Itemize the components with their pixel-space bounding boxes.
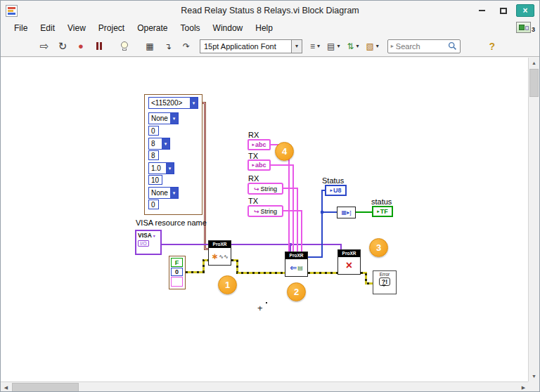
subvi-read-relay-status[interactable]: ProXR ⇐ ▤ [285, 251, 308, 277]
abort-icon: ● [78, 41, 84, 51]
tx-string-indicator[interactable]: ▸ abc [248, 159, 271, 171]
menu-operate[interactable]: Operate [131, 22, 174, 34]
numeric-constant-6[interactable]: 10 [148, 175, 162, 185]
block-diagram-canvas[interactable]: <115200> ▾ None ▾ 0 8 ▾ 8 1.0 ▾ 10 None … [1, 58, 529, 381]
menu-window[interactable]: Window [207, 22, 250, 34]
help-icon: ? [489, 41, 496, 52]
cursor-dot [266, 302, 267, 303]
search-box[interactable]: ▸ [387, 39, 461, 53]
status-tf-indicator[interactable]: ▸ TF [372, 206, 393, 217]
font-selector[interactable]: 15pt Application Font ▾ [200, 39, 302, 53]
ring-constant-1[interactable]: None ▾ [148, 112, 179, 124]
menu-bar: File Edit View Project Operate Tools Win… [1, 20, 539, 36]
status-wire [308, 190, 325, 257]
menu-help[interactable]: Help [249, 22, 279, 34]
search-input[interactable] [396, 42, 446, 51]
chevron-down-icon[interactable]: ▾ [291, 40, 302, 53]
wiring-cursor-mark: + [257, 303, 263, 313]
menu-view[interactable]: View [61, 22, 92, 34]
scrollbar-corner [528, 381, 539, 392]
visa-resource-control[interactable]: VISA ▾ I/O [135, 230, 162, 255]
numeric-constant-2[interactable]: 0 [148, 126, 159, 136]
rx-label: RX [248, 131, 259, 139]
run-button[interactable]: ⇨ [36, 38, 53, 55]
labview-window: Read Relay Status 8 Relays.vi Block Diag… [0, 0, 540, 392]
step-over-button[interactable]: ↷ [178, 38, 195, 55]
reorder-button[interactable]: ⇅ ▾ [344, 39, 361, 54]
distribute-objects-button[interactable]: ▤ ▾ [324, 39, 342, 54]
menu-edit[interactable]: Edit [34, 22, 61, 34]
string-curve-icon: ↪ [254, 185, 259, 192]
ring-constant-5[interactable]: 1.0 ▾ [148, 162, 174, 174]
search-icon[interactable] [448, 41, 457, 51]
highlight-execution-button[interactable] [116, 38, 133, 55]
window-title: Read Relay Status 8 Relays.vi Block Diag… [1, 6, 539, 15]
scroll-up-button[interactable]: ▲ [529, 58, 539, 68]
help-button[interactable]: ? [484, 39, 500, 54]
run-icon: ⇨ [40, 40, 49, 53]
chevron-down-icon[interactable]: ▾ [153, 233, 155, 238]
error-source-constant[interactable] [171, 277, 183, 287]
chevron-down-icon: ▾ [337, 43, 340, 49]
error-handler-node[interactable]: Error ?! [373, 270, 397, 294]
retain-wires-icon: ▦ [146, 41, 153, 51]
chevron-down-icon[interactable]: ▾ [170, 188, 178, 198]
toolbar: ⇨ ↻ ● ▦ ↴ ↷ 15pt Application Font ▾ ≡ ▾ … [1, 36, 539, 57]
ring-constant-3[interactable]: 8 ▾ [148, 138, 170, 150]
pause-button[interactable] [91, 38, 108, 55]
annotation-1: 1 [218, 275, 237, 294]
vertical-scroll-thumb[interactable] [529, 69, 539, 97]
ring-constant-baud[interactable]: <115200> ▾ [148, 97, 198, 109]
horizontal-scroll-thumb[interactable] [12, 383, 79, 392]
status-tf-label: status [371, 197, 392, 206]
status-u8-indicator[interactable]: ▸ U8 [325, 185, 347, 196]
rx-string-indicator[interactable]: ▸ abc [248, 139, 271, 150]
close-icon: × [522, 6, 527, 15]
horizontal-scrollbar[interactable]: ◀ ▶ [1, 381, 529, 392]
rx-string-wire [283, 188, 297, 251]
subvi-configure-serial[interactable]: ProXR ∗ ∿∿ [208, 240, 231, 266]
numeric-constant-8[interactable]: 0 [148, 200, 159, 209]
maximize-button[interactable] [494, 4, 513, 17]
search-caret-icon: ▸ [391, 43, 394, 49]
run-continuous-button[interactable]: ↻ [54, 38, 71, 55]
app-icon [6, 5, 18, 17]
step-over-icon: ↷ [183, 41, 190, 51]
terminal-arrow-icon: ▸ [377, 209, 380, 214]
scroll-down-button[interactable]: ▼ [529, 371, 539, 381]
abort-button[interactable]: ● [72, 38, 89, 55]
scroll-right-button[interactable]: ▶ [518, 382, 529, 392]
chevron-down-icon[interactable]: ▾ [166, 163, 174, 174]
close-port-icon: × [346, 259, 352, 272]
tx-string-constant[interactable]: ↪ String [248, 205, 283, 217]
configure-icon: ∗ [211, 251, 218, 261]
scroll-left-button[interactable]: ◀ [1, 382, 11, 392]
error-status-constant[interactable]: F [171, 258, 183, 267]
numeric-constant-4[interactable]: 8 [148, 150, 159, 160]
chevron-down-icon[interactable]: ▾ [162, 138, 169, 149]
step-into-icon: ↴ [165, 41, 172, 51]
cleanup-diagram-button[interactable]: ▧ ▾ [363, 39, 381, 54]
chevron-down-icon[interactable]: ▾ [170, 113, 178, 124]
minimize-button[interactable] [472, 4, 491, 17]
subvi-close-port[interactable]: ProXR × [338, 249, 361, 275]
index-array-node[interactable]: ▦▸] [337, 207, 356, 218]
retain-wire-values-button[interactable]: ▦ [141, 38, 158, 55]
rx-string-constant[interactable]: ↪ String [248, 183, 283, 195]
vertical-scrollbar[interactable]: ▲ ▼ [528, 58, 539, 381]
open-windows-indicator[interactable]: 3 [516, 22, 535, 33]
chevron-down-icon[interactable]: ▾ [190, 98, 198, 108]
terminal-arrow-icon: ▸ [252, 142, 255, 148]
annotation-2: 2 [287, 282, 306, 301]
pause-icon [96, 42, 98, 50]
menu-tools[interactable]: Tools [174, 22, 207, 34]
menu-project[interactable]: Project [92, 22, 131, 34]
step-into-button[interactable]: ↴ [160, 38, 176, 55]
menu-file[interactable]: File [8, 22, 34, 34]
ring-constant-7[interactable]: None ▾ [148, 187, 179, 199]
error-code-constant[interactable]: 0 [171, 268, 183, 276]
index-array-icon: ▦▸] [342, 209, 352, 216]
close-button[interactable]: × [516, 4, 534, 17]
align-objects-button[interactable]: ≡ ▾ [307, 39, 323, 54]
distribute-objects-icon: ▤ [327, 41, 335, 51]
